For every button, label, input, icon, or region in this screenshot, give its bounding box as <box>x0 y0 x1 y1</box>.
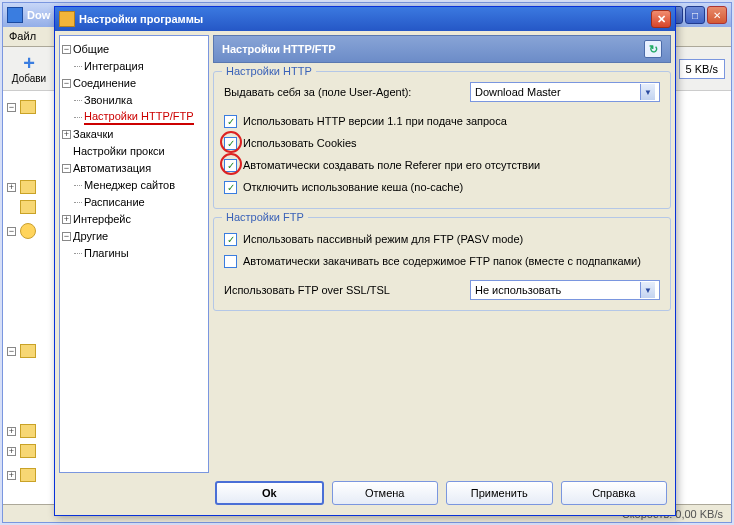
smile-icon <box>20 223 36 239</box>
settings-content: Настройки HTTP/FTP ↻ Настройки HTTP Выда… <box>213 35 671 473</box>
checkbox-checked-icon[interactable]: ✓ <box>224 233 237 246</box>
plus-icon[interactable]: + <box>7 447 16 456</box>
folder-icon <box>20 468 36 482</box>
minus-icon[interactable]: − <box>62 164 71 173</box>
folder-icon <box>20 424 36 438</box>
tree-general[interactable]: −Общие <box>62 41 206 57</box>
plus-icon[interactable]: + <box>62 130 71 139</box>
minus-icon[interactable]: − <box>7 227 16 236</box>
settings-icon <box>59 11 75 27</box>
folder-icon <box>20 100 36 114</box>
section-header: Настройки HTTP/FTP ↻ <box>213 35 671 63</box>
folder-icon <box>20 180 36 194</box>
checkbox-nocache-row[interactable]: ✓ Отключить использование кеша (no-cache… <box>224 176 660 198</box>
tree-plugins[interactable]: Плагины <box>62 245 206 261</box>
tree-other[interactable]: −Другие <box>62 228 206 244</box>
tree-dialer[interactable]: Звонилка <box>62 92 206 108</box>
plus-icon[interactable]: + <box>7 183 16 192</box>
chevron-down-icon: ▼ <box>640 84 655 100</box>
tree-site-manager[interactable]: Менеджер сайтов <box>62 177 206 193</box>
checkbox-http11-label: Использовать HTTP версии 1.1 при подаче … <box>243 115 507 127</box>
speed-indicator: 5 KB/s <box>679 59 725 79</box>
checkbox-checked-icon[interactable]: ✓ <box>224 159 237 172</box>
ok-button[interactable]: Ok <box>215 481 324 505</box>
parent-title: Dow <box>27 9 50 21</box>
section-title: Настройки HTTP/FTP <box>222 43 336 55</box>
plus-icon: + <box>23 53 35 73</box>
folder-icon <box>20 444 36 458</box>
ftp-fieldset: Настройки FTP ✓ Использовать пассивный р… <box>213 217 671 311</box>
ftp-ssl-label: Использовать FTP over SSL/TSL <box>224 284 390 296</box>
tree-interface[interactable]: +Интерфейс <box>62 211 206 227</box>
checkbox-referer-label: Автоматически создавать поле Referer при… <box>243 159 540 171</box>
chevron-down-icon: ▼ <box>640 282 655 298</box>
settings-dialog: Настройки программы ✕ −Общие Интеграция … <box>54 6 676 516</box>
help-button[interactable]: Справка <box>561 481 668 505</box>
speed-value: 5 KB/s <box>686 63 718 75</box>
settings-tree[interactable]: −Общие Интеграция −Соединение Звонилка Н… <box>59 35 209 473</box>
user-agent-label: Выдавать себя за (поле User-Agent): <box>224 86 458 98</box>
checkbox-recursive-row[interactable]: ✓ Автоматически закачивать все содержимо… <box>224 250 660 272</box>
menu-file[interactable]: Файл <box>9 30 36 42</box>
ftp-ssl-select[interactable]: Не использовать ▼ <box>470 280 660 300</box>
checkbox-checked-icon[interactable]: ✓ <box>224 137 237 150</box>
minus-icon[interactable]: − <box>62 232 71 241</box>
plus-icon[interactable]: + <box>62 215 71 224</box>
http-legend: Настройки HTTP <box>222 65 316 77</box>
minus-icon[interactable]: − <box>7 103 16 112</box>
checkbox-pasv-label: Использовать пассивный режим для FTP (PA… <box>243 233 523 245</box>
close-button[interactable]: ✕ <box>707 6 727 24</box>
tree-automation[interactable]: −Автоматизация <box>62 160 206 176</box>
folder-icon <box>20 344 36 358</box>
tree-integration[interactable]: Интеграция <box>62 58 206 74</box>
tree-connection[interactable]: −Соединение <box>62 75 206 91</box>
side-panel: − + − − + + + <box>3 93 55 502</box>
checkbox-recursive-label: Автоматически закачивать все содержимое … <box>243 255 641 267</box>
minus-icon[interactable]: − <box>62 79 71 88</box>
refresh-icon[interactable]: ↻ <box>644 40 662 58</box>
checkbox-nocache-label: Отключить использование кеша (no-cache) <box>243 181 463 193</box>
checkbox-cookies-label: Использовать Cookies <box>243 137 357 149</box>
user-agent-value: Download Master <box>475 86 561 98</box>
app-icon <box>7 7 23 23</box>
dialog-title: Настройки программы <box>79 13 203 25</box>
checkbox-cookies-row[interactable]: ✓ Использовать Cookies <box>224 132 660 154</box>
cancel-button[interactable]: Отмена <box>332 481 439 505</box>
dialog-close-button[interactable]: ✕ <box>651 10 671 28</box>
tree-proxy[interactable]: Настройки прокси <box>62 143 206 159</box>
ftp-ssl-value: Не использовать <box>475 284 561 296</box>
folder-icon <box>20 200 36 214</box>
checkbox-pasv-row[interactable]: ✓ Использовать пассивный режим для FTP (… <box>224 228 660 250</box>
maximize-button[interactable]: □ <box>685 6 705 24</box>
checkbox-checked-icon[interactable]: ✓ <box>224 115 237 128</box>
ftp-legend: Настройки FTP <box>222 211 308 223</box>
minus-icon[interactable]: − <box>62 45 71 54</box>
tree-http-ftp[interactable]: Настройки HTTP/FTP <box>62 109 206 125</box>
checkbox-http11-row[interactable]: ✓ Использовать HTTP версии 1.1 при подач… <box>224 110 660 132</box>
http-fieldset: Настройки HTTP Выдавать себя за (поле Us… <box>213 71 671 209</box>
apply-button[interactable]: Применить <box>446 481 553 505</box>
minus-icon[interactable]: − <box>7 347 16 356</box>
checkbox-unchecked-icon[interactable]: ✓ <box>224 255 237 268</box>
dialog-titlebar: Настройки программы ✕ <box>55 7 675 31</box>
checkbox-checked-icon[interactable]: ✓ <box>224 181 237 194</box>
dialog-button-bar: Ok Отмена Применить Справка <box>215 481 667 507</box>
add-button[interactable]: + Добави <box>9 50 49 88</box>
tree-downloads[interactable]: +Закачки <box>62 126 206 142</box>
checkbox-referer-row[interactable]: ✓ Автоматически создавать поле Referer п… <box>224 154 660 176</box>
add-button-label: Добави <box>12 73 46 84</box>
plus-icon[interactable]: + <box>7 471 16 480</box>
plus-icon[interactable]: + <box>7 427 16 436</box>
user-agent-select[interactable]: Download Master ▼ <box>470 82 660 102</box>
tree-schedule[interactable]: Расписание <box>62 194 206 210</box>
